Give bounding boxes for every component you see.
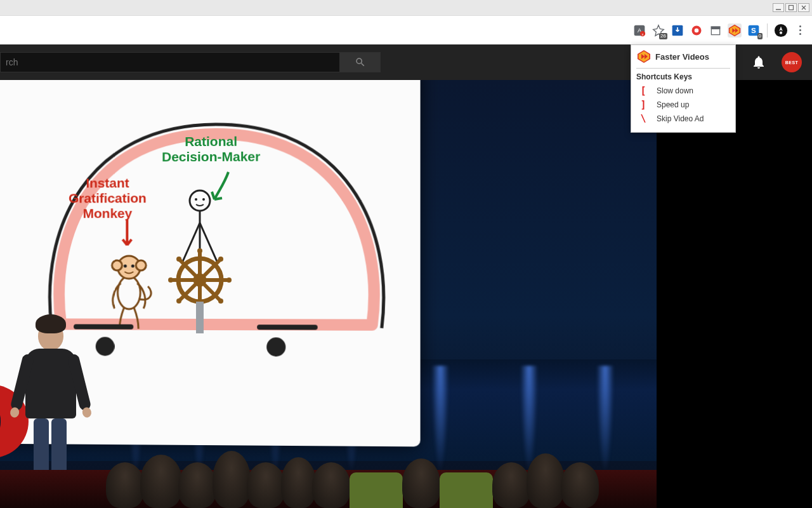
svg-point-35	[176, 257, 181, 262]
svg-point-43	[136, 260, 146, 271]
page-content: BEST RationalDecision-Maker	[0, 44, 812, 508]
browser-menu-button[interactable]	[793, 23, 807, 37]
svg-point-17	[775, 23, 787, 36]
shortcut-key: \	[640, 113, 646, 124]
svg-point-45	[131, 264, 134, 267]
profile-avatar-icon[interactable]	[774, 23, 788, 37]
svg-text:x: x	[642, 32, 644, 36]
shortcut-row: \ Skip Video Ad	[636, 112, 730, 126]
search-input[interactable]	[0, 52, 340, 72]
svg-rect-46	[74, 324, 133, 330]
svg-point-20	[195, 198, 197, 201]
s-badge: 0	[757, 33, 763, 39]
audience-silhouettes	[108, 432, 657, 508]
youtube-avatar[interactable]: BEST	[782, 52, 802, 72]
svg-point-33	[168, 277, 173, 283]
shortcut-label: Skip Video Ad	[657, 114, 704, 123]
video-player[interactable]: RationalDecision-Maker InstantGratificat…	[0, 80, 657, 508]
svg-point-44	[124, 264, 127, 267]
svg-rect-48	[257, 324, 318, 330]
svg-point-36	[218, 298, 223, 304]
search-wrap	[0, 52, 381, 72]
svg-point-10	[695, 28, 699, 32]
bookmark-star-icon[interactable]: 26	[652, 23, 665, 37]
shortcut-key: [	[640, 85, 646, 97]
svg-rect-12	[711, 29, 719, 34]
boat-right-drawing	[247, 321, 324, 360]
svg-point-49	[266, 337, 285, 356]
svg-text:S: S	[751, 26, 756, 34]
os-titlebar	[0, 0, 812, 15]
window-minimize-button[interactable]	[773, 3, 784, 12]
notifications-bell-icon[interactable]	[751, 55, 766, 70]
svg-point-21	[202, 198, 205, 201]
svg-point-38	[218, 257, 223, 262]
svg-point-37	[176, 298, 181, 304]
rational-decision-maker-label: RationalDecision-Maker	[162, 134, 260, 165]
svg-point-31	[197, 248, 202, 253]
svg-point-42	[112, 260, 122, 271]
shortcut-row: ] Speed up	[636, 98, 730, 112]
stick-figure-wheel-drawing	[168, 188, 244, 334]
search-button[interactable]	[340, 52, 381, 72]
window-close-button[interactable]	[798, 3, 809, 12]
popup-header: Faster Videos	[636, 49, 730, 69]
faster-videos-extension-icon[interactable]	[728, 23, 742, 37]
shortcut-key: ]	[640, 99, 646, 110]
svg-point-18	[780, 31, 782, 34]
svg-point-34	[226, 277, 232, 283]
svg-rect-1	[789, 6, 794, 10]
extension-row: Ax 26 S 0	[632, 23, 807, 37]
svg-point-47	[96, 337, 115, 356]
shortcut-row: [ Slow down	[636, 84, 730, 98]
shortcut-label: Slow down	[657, 86, 693, 95]
svg-rect-39	[196, 302, 204, 333]
red-extension-icon[interactable]	[690, 23, 704, 37]
boat-left-drawing	[70, 321, 146, 359]
window-maximize-button[interactable]	[785, 3, 797, 12]
search-icon	[355, 57, 366, 68]
s-extension-icon[interactable]: S 0	[747, 23, 761, 37]
toolbar-divider	[767, 23, 768, 37]
translate-extension-icon[interactable]: Ax	[632, 23, 646, 37]
svg-point-40	[117, 276, 140, 309]
browser-toolbar: Ax 26 S 0	[0, 15, 812, 44]
video-sidebar-black	[657, 80, 812, 508]
faster-videos-icon	[636, 49, 652, 64]
popup-section-title: Shortcuts Keys	[636, 72, 730, 81]
avatar-text: BEST	[785, 60, 799, 65]
shortcut-label: Speed up	[657, 100, 689, 109]
youtube-header-right: BEST	[751, 52, 802, 72]
faster-videos-popup: Faster Videos Shortcuts Keys [ Slow down…	[631, 44, 736, 133]
svg-point-19	[190, 190, 210, 211]
archive-extension-icon[interactable]	[709, 23, 723, 37]
instant-gratification-monkey-label: InstantGratificationMonkey	[69, 175, 147, 221]
popup-title: Faster Videos	[655, 52, 709, 62]
bookmark-badge: 26	[659, 33, 667, 39]
downloader-extension-icon[interactable]	[671, 23, 684, 37]
